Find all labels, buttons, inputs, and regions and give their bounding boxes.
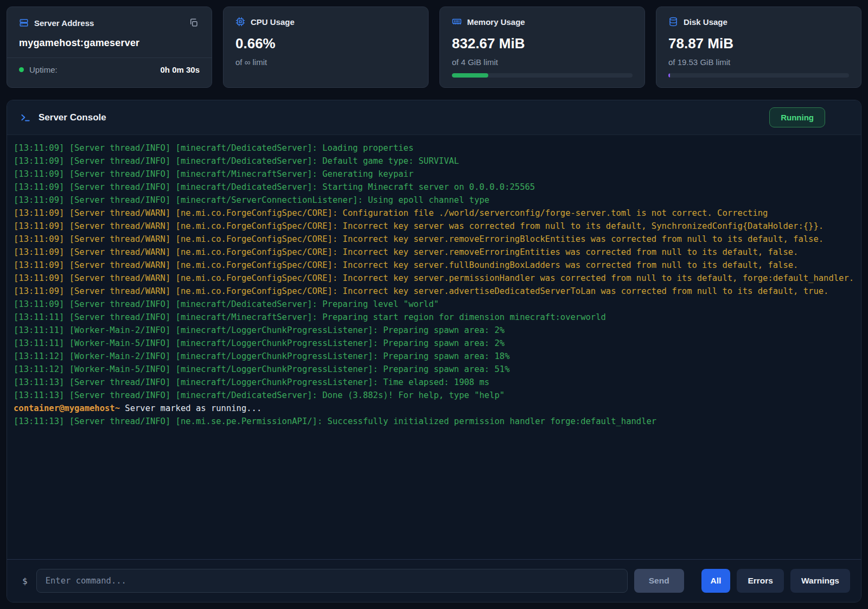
- uptime-label: Uptime:: [29, 65, 58, 74]
- cpu-usage-value: 0.66%: [235, 35, 416, 52]
- console-title: Server Console: [39, 112, 106, 123]
- log-line: [13:11:13] [Server thread/INFO] [ne.mi.s…: [14, 415, 856, 428]
- log-line: [13:11:11] [Worker-Main-2/INFO] [minecra…: [14, 324, 856, 337]
- log-line: [13:11:09] [Server thread/WARN] [ne.mi.c…: [14, 259, 856, 272]
- cpu-chip-icon: [235, 17, 245, 27]
- server-console-panel: Server Console Running [13:11:09] [Serve…: [7, 100, 861, 602]
- uptime-status-dot: [19, 67, 24, 72]
- server-address-card: Server Address mygamehost:gameserver Upt…: [7, 7, 212, 88]
- log-line: [13:11:09] [Server thread/INFO] [minecra…: [14, 298, 856, 311]
- log-line: [13:11:09] [Server thread/WARN] [ne.mi.c…: [14, 207, 856, 220]
- log-line: [13:11:11] [Worker-Main-5/INFO] [minecra…: [14, 337, 856, 350]
- log-line: [13:11:09] [Server thread/INFO] [minecra…: [14, 155, 856, 168]
- terminal-prompt-icon: [20, 112, 31, 123]
- dashboard-page: Server Address mygamehost:gameserver Upt…: [0, 0, 868, 609]
- memory-progress-fill: [452, 73, 488, 78]
- log-line: [13:11:09] [Server thread/INFO] [minecra…: [14, 142, 856, 155]
- log-line: [13:11:12] [Worker-Main-5/INFO] [minecra…: [14, 363, 856, 376]
- copy-icon: [189, 18, 199, 28]
- stats-row: Server Address mygamehost:gameserver Upt…: [7, 7, 861, 88]
- filter-errors-button[interactable]: Errors: [737, 569, 784, 593]
- log-line: [13:11:09] [Server thread/WARN] [ne.mi.c…: [14, 233, 856, 246]
- log-line: [13:11:09] [Server thread/INFO] [minecra…: [14, 181, 856, 194]
- command-bar: $ Send All Errors Warnings: [7, 559, 861, 602]
- disk-database-icon: [668, 17, 678, 27]
- console-header: Server Console Running: [7, 100, 861, 135]
- memory-usage-value: 832.67 MiB: [452, 35, 633, 52]
- disk-usage-title: Disk Usage: [684, 17, 727, 27]
- log-line: container@mygamehost~ Server marked as r…: [14, 402, 856, 415]
- log-line: [13:11:12] [Worker-Main-2/INFO] [minecra…: [14, 350, 856, 363]
- log-line: [13:11:09] [Server thread/INFO] [minecra…: [14, 194, 856, 207]
- memory-usage-card: Memory Usage 832.67 MiB of 4 GiB limit: [439, 7, 645, 88]
- card-divider: [7, 57, 212, 58]
- log-line: [13:11:09] [Server thread/INFO] [minecra…: [14, 168, 856, 181]
- command-input[interactable]: [36, 569, 628, 593]
- log-line: [13:11:09] [Server thread/WARN] [ne.mi.c…: [14, 285, 856, 298]
- copy-address-button[interactable]: [188, 17, 200, 29]
- memory-usage-title: Memory Usage: [467, 17, 525, 27]
- disk-progress-fill: [668, 73, 670, 78]
- cpu-usage-card: CPU Usage 0.66% of ∞ limit: [223, 7, 429, 88]
- disk-usage-value: 78.87 MiB: [668, 35, 849, 52]
- filter-all-button[interactable]: All: [701, 569, 731, 593]
- log-line: [13:11:13] [Server thread/INFO] [minecra…: [14, 376, 856, 389]
- cpu-usage-limit: of ∞ limit: [235, 57, 416, 67]
- memory-progress-track: [452, 73, 633, 78]
- disk-usage-limit: of 19.53 GiB limit: [668, 57, 849, 67]
- disk-usage-card: Disk Usage 78.87 MiB of 19.53 GiB limit: [656, 7, 861, 88]
- log-line: [13:11:13] [Server thread/INFO] [minecra…: [14, 389, 856, 402]
- send-button[interactable]: Send: [634, 569, 684, 593]
- console-log[interactable]: [13:11:09] [Server thread/INFO] [minecra…: [7, 135, 861, 559]
- log-line: [13:11:09] [Server thread/WARN] [ne.mi.c…: [14, 272, 856, 285]
- log-line: [13:11:11] [Server thread/INFO] [minecra…: [14, 311, 856, 324]
- filter-warnings-button[interactable]: Warnings: [790, 569, 850, 593]
- status-badge: Running: [769, 107, 825, 127]
- log-line: [13:11:09] [Server thread/WARN] [ne.mi.c…: [14, 220, 856, 233]
- server-icon: [19, 18, 29, 28]
- log-line-prefix: container@mygamehost~: [14, 403, 120, 413]
- server-address-value: mygamehost:gameserver: [19, 37, 200, 49]
- disk-progress-track: [668, 73, 849, 78]
- prompt-symbol: $: [18, 576, 30, 586]
- log-line: [13:11:09] [Server thread/WARN] [ne.mi.c…: [14, 246, 856, 259]
- cpu-usage-title: CPU Usage: [251, 17, 295, 27]
- memory-usage-limit: of 4 GiB limit: [452, 57, 633, 67]
- server-address-title: Server Address: [34, 18, 94, 28]
- uptime-value: 0h 0m 30s: [160, 65, 200, 74]
- memory-ram-icon: [452, 17, 462, 27]
